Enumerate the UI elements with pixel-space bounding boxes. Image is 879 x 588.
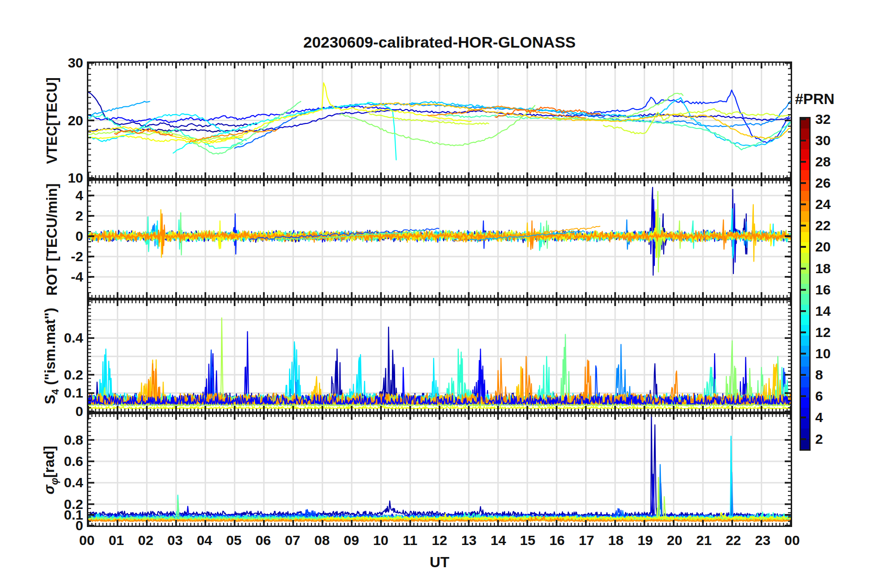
y-tick-label: 0 xyxy=(18,403,83,420)
y-tick-label: 10 xyxy=(18,170,83,186)
colorbar-tick-label: 4 xyxy=(815,409,852,426)
y-tick-label: 0 xyxy=(18,228,83,245)
colorbar-tick-label: 18 xyxy=(815,260,852,277)
chart-title: 20230609-calibrated-HOR-GLONASS xyxy=(87,33,792,51)
y-tick-label: 0.2 xyxy=(18,367,83,383)
colorbar-tick xyxy=(801,310,806,312)
colorbar-tick-label: 10 xyxy=(815,345,852,362)
colorbar-tick xyxy=(801,225,806,227)
colorbar-tick-label: 12 xyxy=(815,324,852,341)
y-tick-label: -2 xyxy=(18,248,83,265)
panel-rot xyxy=(87,179,792,299)
colorbar-tick xyxy=(801,416,806,418)
y-tick-label: 0.4 xyxy=(18,474,83,491)
colorbar-tick-label: 24 xyxy=(815,196,852,213)
panel-sigmaphi xyxy=(87,413,792,527)
y-tick-label: 30 xyxy=(18,55,83,71)
colorbar-tick-label: 30 xyxy=(815,132,852,149)
colorbar-tick-label: 8 xyxy=(815,367,852,383)
colorbar-tick-label: 32 xyxy=(815,111,852,128)
colorbar-tick-label: 20 xyxy=(815,239,852,255)
colorbar-tick xyxy=(801,118,806,120)
colorbar-tick xyxy=(801,246,806,248)
panel-vtec xyxy=(87,61,792,179)
colorbar-tick xyxy=(801,268,806,270)
figure-canvas: 20230609-calibrated-HOR-GLONASS VTEC[TEC… xyxy=(0,0,879,588)
colorbar-title: #PRN xyxy=(787,91,842,108)
y-tick-label: -4 xyxy=(18,269,83,285)
y-tick-label: 20 xyxy=(18,112,83,129)
colorbar-tick-label: 14 xyxy=(815,303,852,319)
x-axis-label: UT xyxy=(87,554,792,571)
y-tick-label: 0.8 xyxy=(18,432,83,448)
colorbar-tick xyxy=(801,161,806,163)
series-prn-10 xyxy=(88,101,150,116)
colorbar-tick xyxy=(801,395,806,397)
colorbar-tick xyxy=(801,203,806,205)
colorbar-tick xyxy=(801,331,806,333)
colorbar-tick xyxy=(801,182,806,184)
colorbar-tick-label: 26 xyxy=(815,175,852,191)
colorbar-tick xyxy=(801,438,806,440)
colorbar-tick-label: 22 xyxy=(815,217,852,234)
x-tick-label: 00 xyxy=(774,533,811,548)
y-tick-label: 0.4 xyxy=(18,330,83,346)
colorbar-tick xyxy=(801,289,806,291)
colorbar-tick-label: 6 xyxy=(815,388,852,404)
panel-s4 xyxy=(87,299,792,413)
y-tick-label: 2 xyxy=(18,208,83,224)
colorbar-tick-label: 2 xyxy=(815,431,852,447)
y-tick-label: 4 xyxy=(18,187,83,204)
y-tick-label: 0.6 xyxy=(18,453,83,470)
y-tick-label: 0.2 xyxy=(18,496,83,513)
colorbar-tick xyxy=(801,140,806,141)
y-tick-label: 0.1 xyxy=(18,385,83,401)
colorbar-tick xyxy=(801,353,806,355)
colorbar-tick-label: 16 xyxy=(815,282,852,298)
colorbar xyxy=(800,117,811,451)
colorbar-tick-label: 28 xyxy=(815,153,852,170)
colorbar-tick xyxy=(801,374,806,376)
